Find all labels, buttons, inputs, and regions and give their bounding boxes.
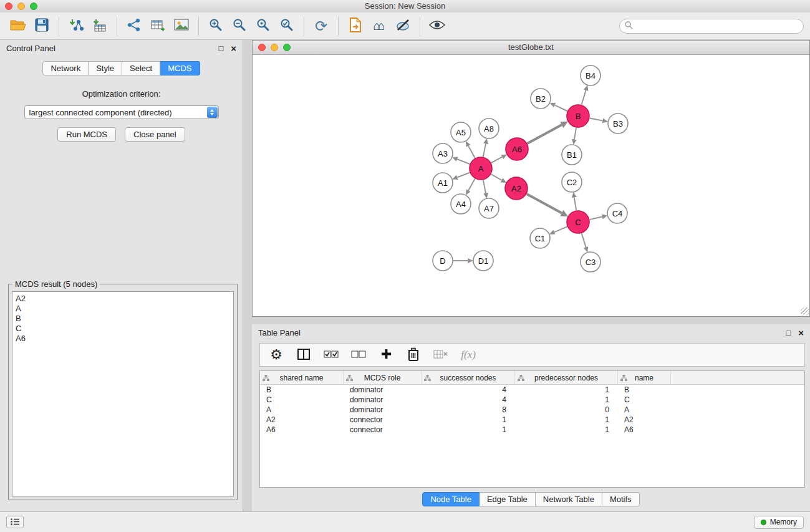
table-cell[interactable]: connector xyxy=(344,425,422,435)
result-item[interactable]: A xyxy=(16,304,230,314)
graph-node-A6[interactable]: A6 xyxy=(506,138,528,160)
style-button[interactable] xyxy=(391,15,415,37)
close-table-panel-icon[interactable]: × xyxy=(798,328,804,337)
zoom-out-button[interactable] xyxy=(228,15,251,37)
search-input[interactable] xyxy=(636,21,798,31)
graph-node-A4[interactable]: A4 xyxy=(451,194,471,214)
float-table-panel-icon[interactable]: □ xyxy=(786,329,791,337)
graph-node-A1[interactable]: A1 xyxy=(433,173,453,193)
show-hide-button[interactable] xyxy=(425,15,449,37)
graph-edge-A-A3[interactable] xyxy=(457,159,470,164)
resize-handle[interactable] xyxy=(801,307,809,316)
export-image-button[interactable] xyxy=(170,15,193,37)
table-row[interactable]: A6connector11A6 xyxy=(260,425,804,435)
close-network-window-button[interactable] xyxy=(258,44,266,51)
memory-button[interactable]: Memory xyxy=(754,516,804,529)
graph-edge-A-A5[interactable] xyxy=(468,146,475,158)
result-item[interactable]: B xyxy=(16,314,230,324)
graph-edge-C-C2[interactable] xyxy=(574,198,576,211)
graph-node-B2[interactable]: B2 xyxy=(531,89,551,109)
graph-node-A3[interactable]: A3 xyxy=(433,143,453,163)
graph-node-A2[interactable]: A2 xyxy=(505,177,528,200)
column-header-name[interactable]: name xyxy=(618,371,671,384)
graph-edge-C-C1[interactable] xyxy=(554,226,567,232)
zoom-window-button[interactable] xyxy=(30,2,37,10)
graph-node-D[interactable]: D xyxy=(433,251,453,271)
tab-style[interactable]: Style xyxy=(89,61,122,75)
graph-node-C[interactable]: C xyxy=(567,211,589,233)
graph-node-A7[interactable]: A7 xyxy=(479,198,499,218)
graph-edge-C-C4[interactable] xyxy=(590,216,602,220)
sort-icon[interactable] xyxy=(518,374,524,383)
column-header-shared-name[interactable]: shared name xyxy=(260,371,344,384)
open-session-button[interactable] xyxy=(6,15,30,37)
graph-edge-B-B3[interactable] xyxy=(590,118,603,121)
table-settings-button[interactable]: ⚙ xyxy=(268,344,285,366)
column-header-successor-nodes[interactable]: successor nodes xyxy=(422,371,515,384)
result-item[interactable]: A2 xyxy=(16,294,230,304)
result-item[interactable]: A6 xyxy=(16,334,230,344)
graph-edge-A-A8[interactable] xyxy=(483,144,486,157)
zoom-selected-button[interactable] xyxy=(275,15,299,37)
graph-edge-B-B2[interactable] xyxy=(555,105,567,111)
table-cell[interactable]: 1 xyxy=(422,415,515,425)
table-cell[interactable]: A xyxy=(618,405,671,415)
table-cell[interactable]: dominator xyxy=(344,395,422,405)
table-cell[interactable]: C xyxy=(260,395,344,405)
table-cell[interactable]: 4 xyxy=(422,385,515,395)
import-network-from-file-button[interactable] xyxy=(64,15,88,37)
create-column-button[interactable] xyxy=(377,344,395,366)
graph-node-B4[interactable]: B4 xyxy=(581,65,600,85)
table-cell[interactable]: 1 xyxy=(515,415,618,425)
mcds-result-list[interactable]: A2ABCA6 xyxy=(12,291,234,496)
delete-column-button[interactable] xyxy=(405,344,422,366)
close-panel-button[interactable]: Close panel xyxy=(125,127,185,142)
import-network-from-url-button[interactable] xyxy=(122,15,146,37)
table-row[interactable]: Adominator80A xyxy=(260,405,804,415)
graph-node-A[interactable]: A xyxy=(470,157,492,180)
table-cell[interactable]: A xyxy=(260,405,344,415)
table-cell[interactable]: dominator xyxy=(344,385,422,395)
table-cell[interactable]: dominator xyxy=(344,405,422,415)
graph-edge-A-A1[interactable] xyxy=(457,173,470,178)
table-cell[interactable]: connector xyxy=(344,415,422,425)
graph-node-D1[interactable]: D1 xyxy=(473,251,493,271)
sort-icon[interactable] xyxy=(263,374,269,383)
save-session-button[interactable] xyxy=(30,15,54,37)
zoom-fit-button[interactable] xyxy=(251,15,275,37)
graph-edge-A6-B[interactable] xyxy=(528,125,562,143)
minimize-network-window-button[interactable] xyxy=(271,44,278,51)
new-document-button[interactable] xyxy=(344,15,367,37)
column-header-predecessor-nodes[interactable]: predecessor nodes xyxy=(515,371,618,384)
zoom-in-button[interactable] xyxy=(204,15,228,37)
tab-select[interactable]: Select xyxy=(122,61,160,75)
minimize-window-button[interactable] xyxy=(17,2,25,10)
table-cell[interactable]: B xyxy=(618,385,671,395)
import-table-from-file-button[interactable] xyxy=(88,15,112,37)
table-cell[interactable]: A6 xyxy=(618,425,671,435)
table-row[interactable]: Bdominator41B xyxy=(260,385,804,395)
table-cell[interactable]: 0 xyxy=(515,405,618,415)
function-builder-button[interactable]: f(x) xyxy=(460,344,477,366)
graph-node-B1[interactable]: B1 xyxy=(562,145,582,165)
network-graph[interactable]: B4B2BB3A8A5A6A3B1AC2A1A2A4A7C4CC1C3DD1 xyxy=(253,54,809,316)
graph-node-C2[interactable]: C2 xyxy=(562,172,582,192)
column-header-MCDS-role[interactable]: MCDS role xyxy=(344,371,422,384)
graph-edge-A2-C[interactable] xyxy=(527,194,562,213)
graph-edge-A-A2[interactable] xyxy=(491,174,502,180)
graph-node-B[interactable]: B xyxy=(567,105,589,127)
refresh-button[interactable]: ⟳ xyxy=(309,15,333,37)
select-all-columns-button[interactable] xyxy=(322,344,340,366)
tab-edge-table[interactable]: Edge Table xyxy=(480,492,536,506)
close-panel-icon[interactable]: × xyxy=(231,44,236,53)
graph-edge-A-A7[interactable] xyxy=(483,180,486,193)
task-history-button[interactable] xyxy=(6,516,24,528)
graph-edge-C-C3[interactable] xyxy=(582,233,586,247)
table-cell[interactable]: 1 xyxy=(515,385,618,395)
table-row[interactable]: Cdominator41C xyxy=(260,395,804,405)
delete-table-button[interactable] xyxy=(432,344,450,366)
unselect-all-columns-button[interactable] xyxy=(350,344,367,366)
table-cell[interactable]: 4 xyxy=(422,395,515,405)
criterion-dropdown[interactable]: largest connected component (directed) xyxy=(24,105,219,119)
graph-edge-A-A4[interactable] xyxy=(468,179,475,191)
